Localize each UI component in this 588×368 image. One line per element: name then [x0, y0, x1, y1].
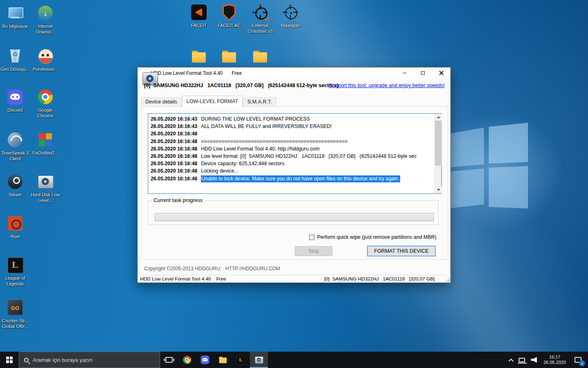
desktop-icon-label: Nişangah — [276, 22, 305, 28]
network-icon — [519, 358, 525, 362]
notification-badge: 4 — [579, 360, 585, 366]
desktop-folder[interactable] — [214, 47, 244, 67]
taskbar-league-of-legends[interactable] — [232, 352, 250, 368]
porofessor-icon — [36, 47, 54, 65]
tab-strip: Device details LOW-LEVEL FORMAT S.M.A.R.… — [141, 96, 277, 107]
taskbar-file-explorer[interactable] — [214, 352, 232, 368]
desktop-icon-league-of-legends[interactable]: League of Legends — [0, 256, 30, 287]
desktop-icon-faceit-ac[interactable]: FACEIT AC — [214, 3, 244, 28]
crosshair-icon — [281, 3, 299, 21]
log-line: 26.05.2020 16:16:43ALL DATA WILL BE FULL… — [151, 123, 434, 130]
scroll-up-button[interactable] — [435, 114, 442, 121]
log-output[interactable]: 26.05.2020 16:16:43DURING THE LOW LEVEL … — [148, 113, 442, 194]
progress-group: Current task progress — [148, 200, 439, 225]
windows-logo-wallpaper — [446, 121, 530, 213]
progress-group-label: Current task progress — [151, 197, 205, 203]
desktop-icon-label: Bu bilgisayar — [0, 23, 30, 29]
desktop-icon-idm[interactable]: Internet Downlo... — [31, 4, 60, 35]
search-placeholder: Aramak için buraya yazın — [33, 357, 92, 363]
desktop-icon-label: Steam — [0, 192, 30, 197]
quick-wipe-checkbox[interactable] — [309, 235, 314, 240]
desktop-icon-csgo[interactable]: Counter-Str... Global Offe... — [0, 298, 30, 329]
faceit-icon — [190, 3, 208, 21]
quick-wipe-label: Perform quick wipe (just remove partitio… — [317, 234, 437, 240]
tab-device-details[interactable]: Device details — [141, 97, 182, 107]
taskbar-chrome[interactable] — [178, 352, 196, 368]
desktop-icon-label: Internet Downlo... — [31, 23, 60, 35]
tray-expand-button[interactable] — [506, 352, 516, 368]
desktop-icon-label: Google Chrome — [31, 107, 60, 119]
desktop-icon-rust[interactable]: Rust — [0, 214, 30, 239]
log-scrollbar[interactable] — [434, 114, 441, 193]
rust-icon — [6, 214, 24, 232]
scroll-down-button[interactable] — [435, 186, 442, 193]
recycle-bin-icon — [6, 47, 24, 65]
chrome-icon — [182, 355, 192, 365]
taskbar-clock[interactable]: 16:17 26.05.2020 — [540, 355, 570, 365]
desktop-icon-hdd-tool[interactable]: Hard Disk Low Level... — [31, 173, 60, 203]
desktop-icon-discord[interactable]: Discord — [0, 88, 30, 113]
taskbar-hdd-tool-active[interactable] — [250, 352, 268, 368]
stop-button[interactable]: Stop — [295, 246, 332, 256]
format-this-device-button[interactable]: FORMAT THIS DEVICE — [367, 246, 436, 256]
desktop-icon-faceit[interactable]: FACEIT — [184, 3, 214, 28]
desktop-icon-teamspeak[interactable]: TeamSpeak 3 Client — [0, 131, 30, 162]
computer-icon — [6, 4, 24, 22]
desktop-icon-label: TeamSpeak 3 Client — [0, 150, 30, 162]
network-status[interactable] — [516, 352, 528, 368]
windows-logo-icon — [6, 357, 13, 364]
desktop-icon-recycle-bin[interactable]: Geri Dönüşü... — [0, 47, 30, 72]
volume-control[interactable] — [528, 352, 540, 368]
progress-bar — [155, 213, 434, 221]
desktop-icon-label: Geri Dönüşü... — [0, 66, 30, 72]
desktop-folder[interactable] — [245, 47, 275, 67]
desktop-icon-label: FACEIT AC — [214, 22, 244, 28]
task-view-button[interactable] — [160, 352, 178, 368]
close-button[interactable] — [432, 67, 450, 79]
desktop-icon-porofessor[interactable]: Porofessor... — [31, 47, 60, 72]
desktop-icon-nisangah[interactable]: Nişangah — [276, 3, 305, 28]
resize-grip[interactable] — [445, 277, 450, 282]
maximize-icon — [421, 71, 425, 75]
desktop-icon-label: Discord — [0, 107, 30, 113]
start-button[interactable] — [0, 352, 19, 368]
desktop-folder[interactable] — [184, 47, 214, 67]
teamspeak-icon — [6, 131, 24, 149]
desktop-icon-chrome[interactable]: Google Chrome — [31, 88, 60, 119]
clock-date: 26.05.2020 — [543, 360, 566, 365]
taskbar-search[interactable]: Aramak için buraya yazın — [19, 352, 160, 368]
desktop-icon-bu-bilgisayar[interactable]: Bu bilgisayar — [0, 4, 30, 29]
system-tray: 16:17 26.05.2020 4 — [506, 352, 588, 368]
v3-badge: v3 — [264, 17, 269, 22]
desktop-icon-fixdotnet[interactable]: FixDotNet2... — [31, 131, 60, 156]
device-info-line: [0] SAMSUNG HD322HJ 1AC01118 [320,07 GB]… — [144, 83, 339, 88]
steam-icon — [6, 173, 24, 191]
desktop-icon-label: External Crosshair v3 — [245, 22, 275, 34]
desktop-icon-label: FixDotNet2... — [31, 150, 60, 156]
folder-icon — [251, 47, 269, 65]
support-link[interactable]: Support this tool: upgrade and enjoy bet… — [329, 83, 445, 88]
desktop: Bu bilgisayar Geri Dönüşü... Discord Tea… — [0, 0, 588, 352]
discord-icon — [6, 88, 24, 106]
log-line: 26.05.2020 16:16:43DURING THE LOW LEVEL … — [151, 115, 434, 123]
league-of-legends-icon — [236, 355, 246, 365]
crosshair-icon: v3 — [251, 3, 269, 21]
desktop-icon-label: Counter-Str... Global Offe... — [0, 318, 30, 329]
tab-low-level-format[interactable]: LOW-LEVEL FORMAT — [182, 96, 243, 107]
window-titlebar[interactable]: HDD Low Level Format Tool 4.40 Free — [138, 67, 450, 79]
scrollbar-thumb[interactable] — [435, 121, 442, 166]
action-center-button[interactable]: 4 — [570, 352, 586, 368]
maximize-button[interactable] — [414, 67, 432, 79]
close-icon — [439, 71, 443, 75]
log-line: 26.05.2020 16:16:48HDD Low Level Format … — [151, 145, 434, 153]
tab-smart[interactable]: S.M.A.R.T. — [243, 97, 276, 107]
desktop-icon-steam[interactable]: Steam — [0, 173, 30, 197]
arrow-up-icon — [437, 116, 440, 118]
desktop-icon-label: FACEIT — [184, 22, 214, 28]
log-line-highlighted: 26.05.2020 16:16:48Unable to lock device… — [151, 175, 434, 182]
minimize-button[interactable] — [395, 67, 414, 79]
desktop-icon-external-crosshair[interactable]: v3 External Crosshair v3 — [245, 3, 275, 34]
taskbar-discord[interactable] — [196, 352, 214, 368]
desktop-icon-label: League of Legends — [0, 275, 30, 287]
download-manager-icon — [36, 4, 54, 22]
